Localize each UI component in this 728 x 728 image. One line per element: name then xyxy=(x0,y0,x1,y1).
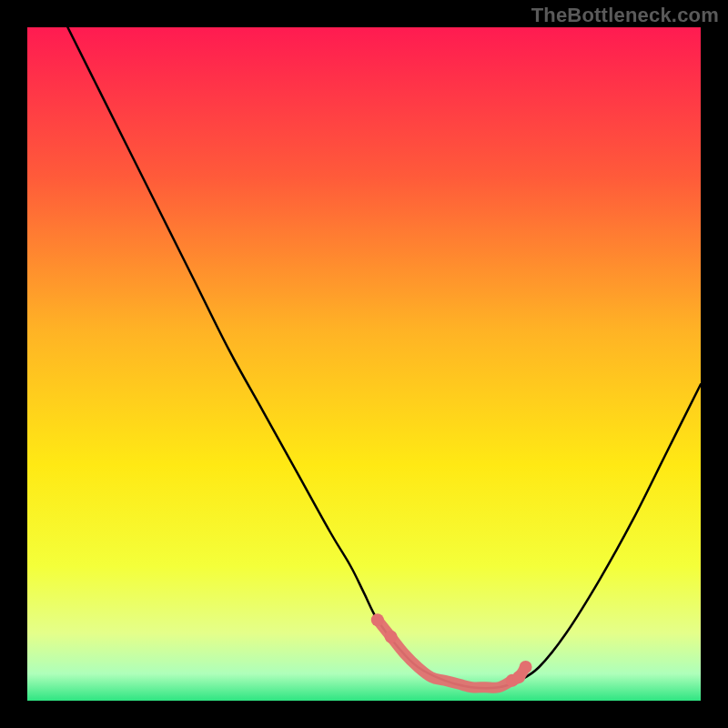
chart-background xyxy=(27,27,701,701)
marker-dot xyxy=(520,661,532,673)
chart-plot-area xyxy=(27,27,701,701)
marker-dot xyxy=(385,631,398,643)
chart-frame: TheBottleneck.com xyxy=(0,0,728,728)
watermark-text: TheBottleneck.com xyxy=(531,4,719,27)
marker-dot xyxy=(371,613,384,626)
chart-svg xyxy=(27,27,701,701)
